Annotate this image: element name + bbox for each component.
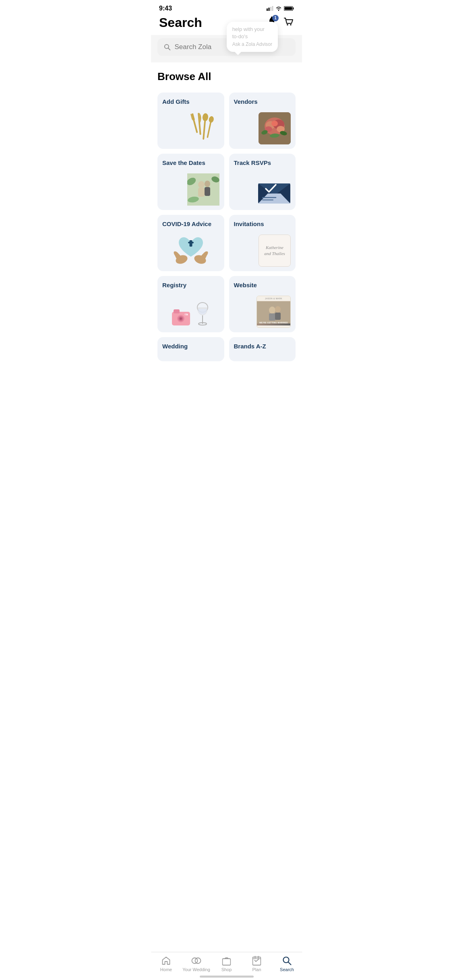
svg-rect-0 <box>267 8 268 11</box>
cutlery-icon <box>185 112 219 144</box>
card-label-track-rsvps: Track RSVPs <box>234 159 291 166</box>
svg-rect-1 <box>269 8 270 11</box>
camera-icon <box>171 307 193 328</box>
card-brands-az[interactable]: Brands A-Z <box>229 337 296 361</box>
partial-grid: Wedding Brands A-Z <box>151 332 302 361</box>
couple-photo <box>187 173 219 206</box>
wifi-icon <box>275 6 282 11</box>
card-vendors[interactable]: Vendors <box>229 93 296 149</box>
card-image-vendors <box>234 108 291 144</box>
card-label-brands: Brands A-Z <box>234 343 291 350</box>
svg-rect-3 <box>272 6 273 11</box>
wine-glass-icon <box>195 302 210 328</box>
browse-section: Browse All <box>151 62 302 93</box>
svg-point-64 <box>269 307 275 314</box>
vendor-photo <box>259 112 291 144</box>
card-label-vendors: Vendors <box>234 98 291 105</box>
svg-point-27 <box>271 121 278 126</box>
svg-rect-2 <box>270 7 271 11</box>
advisor-line1: help with your <box>232 26 272 33</box>
card-track-rsvps[interactable]: Track RSVPs <box>229 154 296 210</box>
cart-button[interactable] <box>283 17 294 29</box>
status-time: 9:43 <box>159 5 172 12</box>
svg-point-8 <box>287 24 288 25</box>
card-label-covid: COVID-19 Advice <box>162 220 219 227</box>
svg-point-66 <box>275 306 281 313</box>
svg-rect-35 <box>205 187 210 196</box>
svg-line-11 <box>168 48 170 50</box>
card-label-website: Website <box>234 282 291 288</box>
advisor-cta: Ask a Zola Advisor <box>232 41 272 48</box>
card-image-save-dates <box>162 169 219 206</box>
svg-rect-5 <box>293 8 294 10</box>
card-label-invitations: Invitations <box>234 220 291 227</box>
svg-point-18 <box>202 113 209 121</box>
card-image-registry <box>162 292 219 328</box>
card-add-gifts[interactable]: Add Gifts <box>157 93 224 149</box>
svg-rect-33 <box>198 188 205 197</box>
covid-heart-icon <box>173 231 209 267</box>
svg-rect-19 <box>207 121 211 138</box>
browse-title: Browse All <box>157 70 296 83</box>
card-website[interactable]: Website JASON & MARK WE'RE GETTING MARRI… <box>229 276 296 332</box>
notification-badge: 1 <box>272 15 279 21</box>
svg-point-9 <box>290 24 292 25</box>
card-label-add-gifts: Add Gifts <box>162 98 219 105</box>
card-invitations[interactable]: Invitations Katherine and Thaïles <box>229 215 296 271</box>
card-image-rsvps <box>234 169 291 206</box>
card-image-covid <box>162 231 219 267</box>
website-subtitle: WE'RE GETTING MARRIED <box>257 321 290 324</box>
invitation-text: Katherine and Thaïles <box>261 241 288 260</box>
svg-point-57 <box>180 317 182 320</box>
svg-rect-17 <box>203 119 206 140</box>
status-icons <box>267 6 294 11</box>
svg-rect-6 <box>285 7 292 10</box>
envelope-icon <box>258 177 291 206</box>
svg-point-34 <box>205 181 210 187</box>
svg-rect-12 <box>191 113 198 133</box>
couple-svg <box>187 173 219 206</box>
svg-point-20 <box>208 116 214 123</box>
signal-icon <box>267 6 273 11</box>
card-label-registry: Registry <box>162 282 219 288</box>
invitation-card: Katherine and Thaïles <box>259 235 291 267</box>
vendor-flowers-svg <box>259 112 291 144</box>
battery-icon <box>284 6 294 11</box>
search-icon <box>164 43 170 51</box>
page-title: Search <box>159 15 202 30</box>
svg-point-59 <box>186 314 188 315</box>
svg-rect-65 <box>269 313 275 321</box>
card-image-add-gifts <box>162 108 219 144</box>
website-preview-card: JASON & MARK WE'RE GETTING MARRIED <box>256 296 291 328</box>
status-bar: 9:43 <box>151 0 302 14</box>
card-covid-advice[interactable]: COVID-19 Advice <box>157 215 224 271</box>
card-label-save-dates: Save the Dates <box>162 159 219 166</box>
card-wedding[interactable]: Wedding <box>157 337 224 361</box>
website-couple-svg <box>257 301 291 323</box>
svg-rect-52 <box>189 240 192 247</box>
website-couple-img: WE'RE GETTING MARRIED <box>257 301 290 325</box>
card-registry[interactable]: Registry <box>157 276 224 332</box>
advisor-tooltip: help with your to-do's Ask a Zola Adviso… <box>227 22 278 52</box>
card-save-dates[interactable]: Save the Dates <box>157 154 224 210</box>
website-couple-name: JASON & MARK <box>257 296 290 301</box>
card-label-wedding: Wedding <box>162 343 219 350</box>
cards-grid: Add Gifts <box>151 93 302 332</box>
advisor-line2: to-do's <box>232 33 272 40</box>
card-image-invitations: Katherine and Thaïles <box>234 231 291 267</box>
svg-rect-54 <box>174 309 180 313</box>
card-image-website: JASON & MARK WE'RE GETTING MARRIED <box>234 292 291 328</box>
cart-icon <box>283 17 294 27</box>
svg-point-32 <box>198 181 205 188</box>
svg-rect-67 <box>275 313 281 320</box>
